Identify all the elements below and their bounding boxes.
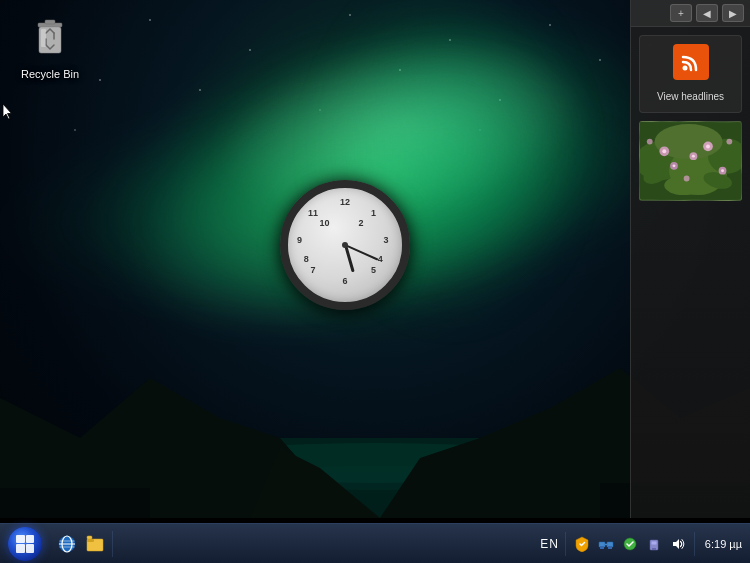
svg-rect-9 bbox=[45, 20, 55, 24]
recycle-bin-image bbox=[30, 15, 70, 60]
win-quad-br bbox=[26, 544, 35, 553]
explorer-quick-launch[interactable] bbox=[82, 531, 108, 557]
start-button[interactable] bbox=[0, 524, 50, 564]
ie-icon bbox=[58, 535, 76, 553]
ie-quick-launch[interactable] bbox=[54, 531, 80, 557]
desktop: Recycle Bin 12 1 3 5 6 7 9 11 2 4 8 10 bbox=[0, 0, 750, 518]
shield-icon bbox=[574, 536, 590, 552]
tray-separator-2 bbox=[694, 532, 695, 556]
tray-separator-1 bbox=[565, 532, 566, 556]
chevron-left-icon: ◀ bbox=[703, 8, 711, 19]
svg-point-30 bbox=[692, 155, 695, 158]
sidebar-add-button[interactable]: + bbox=[670, 4, 692, 22]
usb-icon bbox=[646, 536, 662, 552]
volume-tray-icon[interactable] bbox=[668, 534, 688, 554]
language-indicator: EN bbox=[540, 537, 559, 551]
network-tray-icon[interactable] bbox=[596, 534, 616, 554]
windows-orb bbox=[8, 527, 42, 561]
win-quad-tr bbox=[26, 535, 35, 544]
update-tray-icon[interactable] bbox=[620, 534, 640, 554]
sidebar-next-button[interactable]: ▶ bbox=[722, 4, 744, 22]
recycle-bin-icon[interactable]: Recycle Bin bbox=[15, 15, 85, 82]
explorer-icon bbox=[86, 535, 104, 553]
security-tray-icon[interactable] bbox=[572, 534, 592, 554]
svg-point-22 bbox=[662, 149, 666, 153]
windows-logo bbox=[16, 535, 34, 553]
plus-icon: + bbox=[678, 8, 684, 19]
quick-launch bbox=[50, 531, 113, 557]
svg-rect-46 bbox=[608, 546, 612, 549]
sidebar-panel: + ◀ ▶ View headlines bbox=[630, 0, 750, 518]
recycle-bin-label: Recycle Bin bbox=[21, 68, 79, 80]
rss-icon bbox=[679, 50, 703, 74]
chevron-right-icon: ▶ bbox=[729, 8, 737, 19]
update-icon bbox=[622, 536, 638, 552]
svg-rect-50 bbox=[652, 548, 656, 550]
rss-widget-label: View headlines bbox=[657, 91, 724, 102]
clock-center-dot bbox=[342, 242, 348, 248]
svg-point-28 bbox=[721, 169, 724, 172]
svg-point-20 bbox=[664, 176, 703, 195]
photo-widget[interactable] bbox=[639, 121, 742, 201]
removable-device-tray-icon[interactable] bbox=[644, 534, 664, 554]
volume-icon bbox=[670, 536, 686, 552]
svg-point-24 bbox=[673, 164, 676, 167]
svg-point-12 bbox=[682, 66, 687, 71]
svg-point-32 bbox=[726, 139, 732, 145]
win-quad-bl bbox=[16, 544, 25, 553]
system-tray: EN bbox=[532, 524, 750, 563]
svg-rect-11 bbox=[41, 29, 46, 47]
clock-face: 12 1 3 5 6 7 9 11 2 4 8 10 bbox=[280, 180, 410, 310]
photo-flowers-svg bbox=[640, 122, 741, 200]
sidebar-toolbar: + ◀ ▶ bbox=[631, 0, 750, 27]
svg-point-26 bbox=[706, 144, 710, 148]
network-icon bbox=[598, 536, 614, 552]
taskbar: EN bbox=[0, 523, 750, 563]
sidebar-prev-button[interactable]: ◀ bbox=[696, 4, 718, 22]
svg-rect-49 bbox=[651, 541, 656, 544]
taskbar-clock[interactable]: 6:19 µµ bbox=[705, 538, 742, 550]
svg-rect-40 bbox=[87, 539, 94, 542]
svg-point-33 bbox=[684, 176, 690, 182]
clock-widget: 12 1 3 5 6 7 9 11 2 4 8 10 bbox=[280, 180, 410, 310]
svg-rect-6 bbox=[0, 488, 150, 518]
svg-rect-45 bbox=[600, 546, 604, 549]
svg-marker-51 bbox=[673, 539, 679, 549]
rss-icon-container bbox=[673, 44, 709, 80]
svg-rect-41 bbox=[87, 536, 92, 539]
svg-point-31 bbox=[647, 139, 653, 145]
rss-widget[interactable]: View headlines bbox=[639, 35, 742, 113]
win-quad-tl bbox=[16, 535, 25, 544]
